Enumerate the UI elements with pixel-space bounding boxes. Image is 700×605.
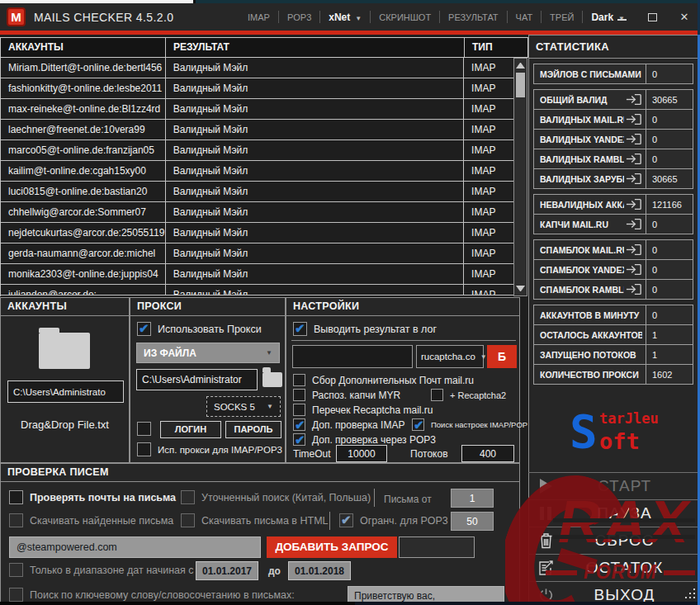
result-cell: Валидный Мэйл bbox=[166, 140, 464, 160]
table-scrollbar[interactable] bbox=[513, 58, 527, 296]
proxy-type-select[interactable]: SOCKS 5 ▼ bbox=[206, 396, 281, 417]
date-range-checkbox[interactable] bbox=[9, 563, 23, 577]
account-cell: julianden@arcor.de:... bbox=[1, 285, 166, 295]
table-row[interactable]: fashionkitty@t-online.de:lesbe2011Валидн… bbox=[1, 78, 513, 99]
proxy-auth-checkbox[interactable] bbox=[137, 422, 151, 436]
export-arrow-icon[interactable] bbox=[626, 243, 642, 256]
query-input[interactable] bbox=[9, 536, 261, 558]
table-row[interactable]: monika2303@t-online.de:juppis04Валидный … bbox=[1, 264, 513, 285]
menu-imap[interactable]: IMAP bbox=[239, 12, 278, 22]
stat-label: ОБЩИЙ ВАЛИД bbox=[533, 89, 646, 110]
reset-button[interactable]: СБРОС bbox=[528, 527, 698, 554]
perechek-checkbox[interactable] bbox=[293, 404, 305, 416]
export-arrow-icon[interactable] bbox=[626, 93, 642, 106]
stat-row: ЗАПУЩЕНО ПОТОКОВ1 bbox=[533, 344, 693, 365]
table-row[interactable]: max-reineke@t-online.de:Bl1zz4rdВалидный… bbox=[1, 99, 513, 120]
export-arrow-icon[interactable] bbox=[626, 173, 642, 185]
download-html-checkbox[interactable] bbox=[181, 513, 195, 527]
table-row[interactable]: nejdetcukurtas@arcor.de:250551199Валидны… bbox=[1, 223, 513, 243]
proxy-path-input[interactable] bbox=[136, 369, 258, 390]
add-query-button[interactable]: ДОБАВИТЬ ЗАПРОС bbox=[267, 536, 397, 558]
menu-pop3[interactable]: POP3 bbox=[279, 12, 319, 22]
keyword-checkbox[interactable] bbox=[9, 588, 23, 602]
maximize-button[interactable] bbox=[648, 13, 657, 21]
menu-xnet[interactable]: xNet▼ bbox=[320, 12, 370, 23]
collect-mailru-checkbox[interactable] bbox=[293, 374, 305, 386]
start-button[interactable]: СТАРТ bbox=[528, 472, 698, 499]
export-arrow-icon[interactable] bbox=[626, 218, 642, 230]
close-button[interactable]: ✕ bbox=[679, 11, 690, 23]
date-to-input[interactable] bbox=[288, 561, 351, 580]
check-mails-checkbox[interactable] bbox=[9, 490, 23, 504]
resize-grip[interactable] bbox=[683, 587, 695, 598]
menu-result[interactable]: РЕЗУЛЬТАТ bbox=[440, 12, 506, 22]
imap-settings-checkbox[interactable] bbox=[412, 418, 424, 431]
table-row[interactable]: luci0815@t-online.de:bastian20Валидный М… bbox=[1, 182, 513, 202]
column-header-accounts[interactable]: АККАУНТЫ bbox=[1, 38, 166, 57]
stat-row: СПАМБЛОК MAIL.RU0 bbox=[533, 239, 693, 260]
export-arrow-icon[interactable] bbox=[626, 283, 642, 295]
use-proxy-label: Использовать Прокси bbox=[158, 324, 262, 335]
pop3-extra-checkbox[interactable] bbox=[293, 433, 305, 446]
folder-icon[interactable] bbox=[39, 333, 90, 369]
export-arrow-icon[interactable] bbox=[626, 133, 642, 145]
accounts-path-input[interactable] bbox=[7, 380, 124, 403]
table-row[interactable]: Miriam.Dittert@t-online.de:bertl456Валид… bbox=[1, 58, 513, 78]
login-button[interactable]: ЛОГИН bbox=[160, 421, 221, 438]
mail-check-panel: ПРОВЕРКА ПИСЕМ Проверять почты на письма… bbox=[0, 463, 520, 605]
recaptcha2-label: + Recaptcha2 bbox=[450, 390, 506, 400]
letters-from-input[interactable] bbox=[451, 489, 494, 508]
stat-label: НЕВАЛИДНЫХ АККАУНТОВ bbox=[533, 194, 646, 215]
date-from-input[interactable] bbox=[196, 561, 258, 580]
export-arrow-icon[interactable] bbox=[626, 198, 642, 210]
threads-input[interactable] bbox=[461, 445, 514, 462]
log-checkbox[interactable] bbox=[293, 322, 307, 336]
password-button[interactable]: ПАРОЛЬ bbox=[225, 421, 281, 438]
type-cell: IMAP bbox=[464, 120, 513, 139]
pop3-limit-checkbox[interactable] bbox=[339, 513, 353, 527]
proxy-folder-icon[interactable] bbox=[262, 372, 282, 387]
rest-button[interactable]: ОСТАТОК bbox=[528, 554, 698, 581]
scrollbar-thumb[interactable] bbox=[516, 73, 525, 97]
proxy-imap-pop3-checkbox[interactable] bbox=[137, 442, 151, 456]
balance-button[interactable]: Б bbox=[487, 345, 517, 368]
table-row[interactable]: kailim@t-online.de:cgah15xy00Валидный Мэ… bbox=[1, 161, 513, 182]
account-cell: monika2303@t-online.de:juppis04 bbox=[1, 264, 166, 284]
table-row[interactable]: chhellwig@arcor.de:Sommer07Валидный Мэйл… bbox=[1, 202, 513, 223]
collect-mailru-label: Сбор Дополнительных Почт mail.ru bbox=[312, 375, 474, 386]
column-header-type[interactable]: ТИП bbox=[465, 38, 514, 57]
download-found-checkbox[interactable] bbox=[9, 513, 23, 527]
stat-row: ВАЛИДНЫХ YANDEX.RU0 bbox=[533, 129, 693, 149]
export-arrow-icon[interactable] bbox=[626, 153, 642, 165]
table-row[interactable]: gerda-naumann@arcor.de:michelВалидный Мэ… bbox=[1, 243, 513, 264]
minimize-button[interactable] bbox=[617, 14, 627, 21]
empty-query-slot bbox=[399, 536, 475, 558]
export-arrow-icon[interactable] bbox=[626, 113, 642, 125]
refined-search-checkbox[interactable] bbox=[181, 490, 195, 504]
captcha-service-select[interactable]: rucaptcha.co ▼ bbox=[416, 345, 484, 368]
captcha-key-input[interactable] bbox=[292, 345, 413, 368]
menu-tray[interactable]: ТРЕЙ bbox=[542, 12, 582, 22]
scroll-down-icon[interactable] bbox=[516, 286, 525, 291]
table-row[interactable]: laechner@freenet.de:10vera99Валидный Мэй… bbox=[1, 120, 513, 140]
type-cell: IMAP bbox=[464, 264, 513, 284]
timeout-input[interactable] bbox=[336, 445, 387, 462]
proxy-source-select[interactable]: ИЗ ФАЙЛА ▼ bbox=[136, 343, 280, 363]
account-cell: kailim@t-online.de:cgah15xy00 bbox=[1, 161, 166, 181]
scroll-up-icon[interactable] bbox=[516, 63, 525, 69]
table-row[interactable]: marco05@t-online.de:franzijan05Валидный … bbox=[1, 140, 513, 161]
stat-label: СПАМБЛОК YANDEX.RU bbox=[533, 259, 646, 280]
export-arrow-icon[interactable] bbox=[626, 263, 642, 276]
pop3-limit-input[interactable] bbox=[451, 512, 494, 531]
pause-button[interactable]: ПАУЗА bbox=[528, 499, 698, 527]
table-row-partial[interactable]: julianden@arcor.de:...Валидный МэйлIMAP bbox=[1, 285, 513, 295]
column-header-result[interactable]: РЕЗУЛЬТАТ bbox=[166, 38, 465, 57]
proxy-panel: ПРОКСИ Использовать Прокси ИЗ ФАЙЛА ▼ SO… bbox=[130, 297, 286, 463]
recaptcha2-checkbox[interactable] bbox=[431, 389, 443, 401]
myr-checkbox[interactable] bbox=[293, 389, 305, 401]
use-proxy-checkbox[interactable] bbox=[137, 322, 151, 336]
menu-screenshot[interactable]: СКРИНШОТ bbox=[371, 12, 439, 22]
menu-chat[interactable]: ЧАТ bbox=[508, 12, 542, 22]
imap-extra-checkbox[interactable] bbox=[293, 418, 305, 431]
rest-label: ОСТАТОК bbox=[563, 559, 698, 577]
